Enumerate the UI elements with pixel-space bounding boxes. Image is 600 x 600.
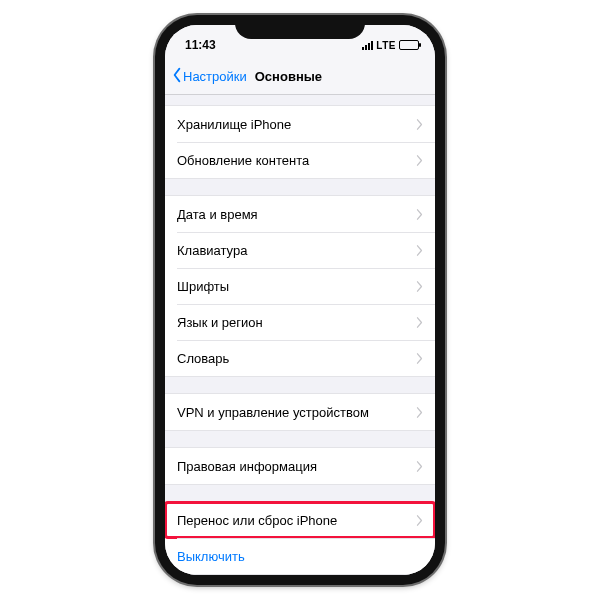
screen: 11:43 LTE Настройки Основные Хранилище i… [165,25,435,575]
row-label: Шрифты [177,279,229,294]
chevron-right-icon [416,155,423,166]
network-label: LTE [376,40,396,51]
settings-group: Перенос или сброс iPhoneВыключить [165,501,435,575]
chevron-right-icon [416,461,423,472]
row-label: Хранилище iPhone [177,117,291,132]
row-label: Клавиатура [177,243,247,258]
settings-group: VPN и управление устройством [165,393,435,431]
chevron-right-icon [416,119,423,130]
nav-bar: Настройки Основные [165,59,435,95]
settings-row-vpn[interactable]: VPN и управление устройством [165,394,435,430]
row-label: Словарь [177,351,229,366]
settings-row-storage[interactable]: Хранилище iPhone [165,106,435,142]
row-label: Правовая информация [177,459,317,474]
settings-row-legal[interactable]: Правовая информация [165,448,435,484]
row-label: Выключить [177,549,245,564]
row-label: Дата и время [177,207,258,222]
settings-row-transfer-reset[interactable]: Перенос или сброс iPhone [165,502,435,538]
page-title: Основные [255,69,322,84]
signal-icon [362,41,373,50]
settings-row-keyboard[interactable]: Клавиатура [165,232,435,268]
battery-icon [399,40,419,50]
chevron-left-icon [171,67,183,86]
settings-row-language-region[interactable]: Язык и регион [165,304,435,340]
status-right: LTE [362,40,419,51]
settings-group: Хранилище iPhoneОбновление контента [165,105,435,179]
row-label: VPN и управление устройством [177,405,369,420]
settings-content[interactable]: Хранилище iPhoneОбновление контентаДата … [165,95,435,575]
back-label: Настройки [183,69,247,84]
chevron-right-icon [416,245,423,256]
row-label: Язык и регион [177,315,263,330]
back-button[interactable]: Настройки [171,67,247,86]
chevron-right-icon [416,281,423,292]
phone-frame: 11:43 LTE Настройки Основные Хранилище i… [155,15,445,585]
settings-group: Правовая информация [165,447,435,485]
settings-row-date-time[interactable]: Дата и время [165,196,435,232]
settings-row-shutdown[interactable]: Выключить [165,538,435,574]
notch [235,15,365,39]
row-label: Обновление контента [177,153,309,168]
settings-row-fonts[interactable]: Шрифты [165,268,435,304]
chevron-right-icon [416,353,423,364]
row-label: Перенос или сброс iPhone [177,513,337,528]
status-time: 11:43 [185,38,216,52]
settings-group: Дата и времяКлавиатураШрифтыЯзык и регио… [165,195,435,377]
chevron-right-icon [416,317,423,328]
settings-row-dictionary[interactable]: Словарь [165,340,435,376]
chevron-right-icon [416,407,423,418]
chevron-right-icon [416,515,423,526]
settings-row-background-refresh[interactable]: Обновление контента [165,142,435,178]
chevron-right-icon [416,209,423,220]
